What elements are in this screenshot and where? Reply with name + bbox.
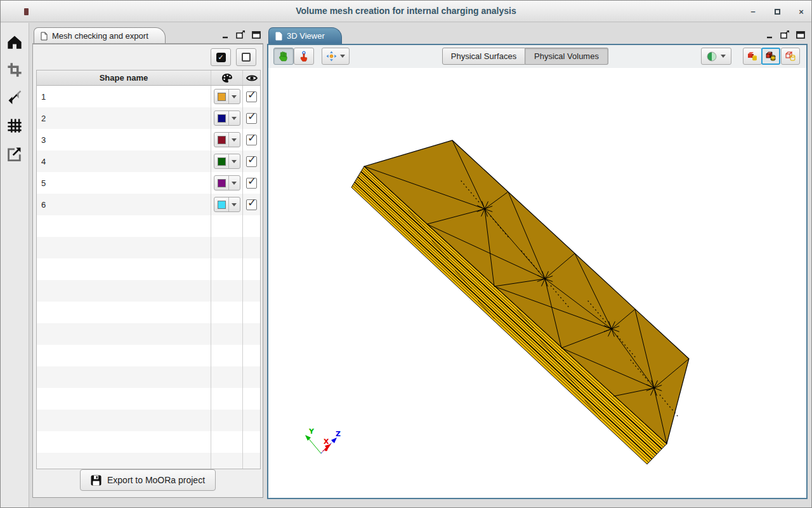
pick-pointer-button[interactable] [294,48,314,65]
viewer-float-button[interactable] [780,30,790,39]
maximize-icon [775,9,780,15]
document-icon [275,32,282,41]
window-close-button[interactable]: × [796,6,806,17]
check-icon: ✓ [247,196,256,210]
physical-surfaces-label: Physical Surfaces [451,51,516,61]
dropdown-arrow-icon [232,182,237,185]
shape-table-empty-row [37,302,260,323]
shape-table-body: 1 ✓ 2 ✓ 3 ✓ [37,86,260,469]
select-all-button[interactable]: ✓ [211,48,231,66]
export-button-label: Export to MoORa project [107,475,205,485]
shape-table-empty-row [37,431,260,453]
color-dropdown[interactable] [214,154,240,169]
app-window: Volume mesh creation for internal chargi… [0,0,812,508]
pan-hand-icon [278,51,289,62]
dropdown-arrow-icon [232,160,237,163]
color-swatch [218,114,226,123]
panel-minimize-button[interactable] [221,30,230,39]
shape-table-row[interactable]: 3 ✓ [37,129,260,150]
shrink-fit-button[interactable] [5,89,24,107]
physical-volumes-button[interactable]: Physical Volumes [525,48,608,65]
visibility-checkbox[interactable]: ✓ [246,178,257,189]
pan-hand-button[interactable] [273,48,294,65]
viewer-tab[interactable]: 3D Viewer [268,27,342,44]
shape-table-empty-row [37,258,260,280]
open-external-icon [6,145,23,162]
color-dropdown[interactable] [214,89,240,104]
minimize-icon [222,32,229,39]
crop-button[interactable] [5,61,24,79]
panel-maximize-button[interactable] [251,30,261,39]
check-icon: ✓ [247,131,256,145]
physical-volumes-label: Physical Volumes [534,51,599,61]
export-button[interactable]: Export to MoORa project [80,469,216,491]
shape-table-row[interactable]: 1 ✓ [37,86,260,107]
deselect-all-button[interactable] [236,48,256,66]
empty-box-icon [242,53,251,62]
move-tool-dropdown[interactable] [322,48,350,65]
visibility-checkbox[interactable]: ✓ [246,113,257,124]
shape-table-row[interactable]: 5 ✓ [37,172,260,194]
shaded-sphere-icon [707,51,717,62]
solid-with-edges-icon [765,51,777,62]
mesh-panel-title: Mesh checking and export [52,31,148,41]
check-icon: ✓ [247,153,256,166]
color-swatch [218,157,226,166]
color-dropdown[interactable] [214,110,240,126]
mesh-panel-tab-bar: Mesh checking and export [32,27,263,44]
visibility-checkbox[interactable]: ✓ [246,135,257,145]
shading-dropdown[interactable] [701,48,731,65]
shape-table-empty-row [37,366,260,388]
shape-table-empty-row [37,323,260,345]
color-dropdown[interactable] [214,175,240,190]
side-toolbar [1,23,29,507]
home-icon [6,34,23,50]
mesh-top-face [364,140,689,444]
column-shape-name: Shape name [37,70,211,85]
home-button[interactable] [5,33,24,51]
solid-view-button[interactable] [743,48,762,65]
column-color [211,70,242,85]
wireframe-view-button[interactable] [781,48,800,65]
visibility-checkbox[interactable]: ✓ [246,199,257,210]
pick-pointer-icon [298,51,310,62]
solid-edges-view-button[interactable] [761,48,780,65]
visibility-icon [246,74,258,83]
check-icon: ✓ [247,88,256,102]
window-minimize-button[interactable]: − [748,6,758,17]
color-swatch [218,179,226,187]
float-icon [236,30,246,39]
dropdown-arrow-icon [232,138,237,142]
axis-y-label: Y [308,427,315,436]
window-maximize-button[interactable] [772,6,782,17]
mesh-panel: Mesh checking and export [32,27,263,498]
color-dropdown[interactable] [214,197,240,212]
wireframe-shapes-icon [785,51,797,62]
dropdown-arrow-icon [232,203,237,206]
shape-table-empty-row [37,345,260,366]
shape-name: 6 [37,194,211,215]
solid-shapes-icon [747,51,759,62]
shape-table-row[interactable]: 6 ✓ [37,194,260,215]
physical-surfaces-button[interactable]: Physical Surfaces [442,48,525,65]
minimize-icon [766,32,773,39]
crop-icon [6,62,23,78]
check-icon: ✓ [247,175,256,188]
grid-button[interactable] [5,117,24,135]
panel-float-button[interactable] [236,30,246,39]
mesh-panel-tab[interactable]: Mesh checking and export [34,27,166,44]
axis-x-label: X [324,438,329,446]
palette-icon [221,73,233,83]
visibility-checkbox[interactable]: ✓ [246,91,257,102]
viewer-minimize-button[interactable] [765,30,775,39]
maximize-panel-icon [252,31,261,39]
shape-table-row[interactable]: 4 ✓ [37,150,260,172]
shape-name: 5 [37,172,211,194]
viewer-maximize-button[interactable] [796,30,805,39]
viewer-content: Physical Surfaces Physical Volumes [267,44,808,499]
open-external-button[interactable] [5,145,24,163]
shape-table-row[interactable]: 2 ✓ [37,107,260,129]
visibility-checkbox[interactable]: ✓ [246,156,257,167]
viewer-canvas[interactable]: Y Z X [268,68,806,498]
color-dropdown[interactable] [214,132,240,147]
